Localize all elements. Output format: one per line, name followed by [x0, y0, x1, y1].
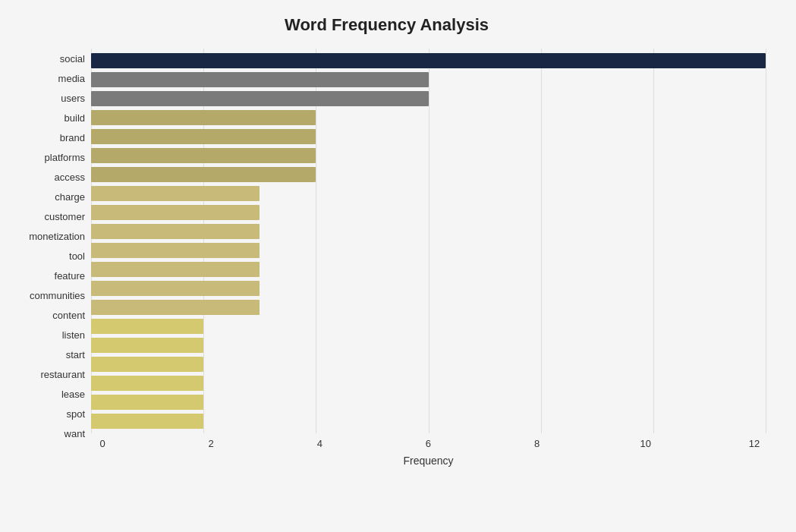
y-label: media [58, 68, 91, 88]
bar [91, 281, 260, 296]
bar [91, 167, 316, 182]
y-label: start [66, 345, 91, 365]
x-tick: 8 [526, 438, 549, 452]
bar-row [91, 165, 766, 184]
bar-row [91, 392, 766, 411]
chart-title: Word Frequency Analysis [8, 15, 766, 35]
bar-row [91, 241, 766, 260]
x-tick: 4 [308, 438, 331, 452]
chart-area: socialmediausersbuildbrandplatformsacces… [8, 49, 766, 467]
bar [91, 72, 429, 87]
bar-row [91, 411, 766, 430]
bar [91, 300, 260, 315]
y-label: restaurant [40, 365, 91, 385]
bar-row [91, 184, 766, 203]
x-axis: 024681012 [91, 433, 766, 452]
bar-row [91, 146, 766, 165]
bar [91, 224, 260, 239]
bar-row [91, 127, 766, 146]
bars-inner [91, 49, 766, 433]
x-tick: 0 [91, 438, 114, 452]
bar [91, 262, 260, 277]
x-tick: 12 [743, 438, 766, 452]
bar-row [91, 335, 766, 354]
y-label: tool [69, 246, 91, 266]
bar [91, 319, 203, 334]
bar-row [91, 373, 766, 392]
y-label: lease [61, 385, 91, 405]
bar-row [91, 222, 766, 241]
x-tick: 10 [634, 438, 657, 452]
bar [91, 148, 316, 163]
y-label: brand [60, 127, 91, 147]
x-axis-label: Frequency [91, 455, 766, 467]
y-labels: socialmediausersbuildbrandplatformsacces… [8, 49, 91, 467]
grid-line [766, 49, 766, 433]
y-label: charge [55, 187, 91, 206]
bar [91, 205, 260, 220]
bar [91, 243, 260, 258]
bar [91, 338, 203, 353]
y-label: communities [30, 286, 91, 306]
bar [91, 186, 260, 201]
y-label: platforms [45, 147, 91, 167]
y-label: customer [45, 206, 91, 226]
bar-row [91, 316, 766, 335]
y-label: monetization [29, 226, 91, 246]
bar [91, 376, 203, 391]
bar-row [91, 90, 766, 109]
y-label: build [64, 108, 91, 127]
bar-row [91, 260, 766, 279]
bar-row [91, 354, 766, 373]
bar [91, 129, 316, 144]
y-label: listen [62, 326, 91, 345]
x-tick: 6 [417, 438, 439, 452]
bars-grid [91, 49, 766, 433]
bar-row [91, 203, 766, 222]
bar [91, 110, 316, 125]
bars-and-x: 024681012 Frequency [91, 49, 766, 467]
bar [91, 357, 203, 372]
bar [91, 414, 203, 429]
chart-container: Word Frequency Analysis socialmediausers… [0, 0, 796, 532]
y-label: want [64, 424, 91, 444]
y-label: social [60, 49, 91, 68]
bar-row [91, 279, 766, 297]
y-label: users [61, 88, 91, 108]
x-tick: 2 [200, 438, 222, 452]
y-label: content [52, 306, 91, 326]
bar [91, 395, 203, 410]
bar-row [91, 52, 766, 71]
y-label: access [55, 167, 91, 187]
y-label: feature [55, 266, 91, 286]
bar-row [91, 71, 766, 90]
bar [91, 53, 766, 68]
bar [91, 91, 429, 106]
bar-row [91, 297, 766, 316]
bar-row [91, 109, 766, 127]
y-label: spot [66, 405, 91, 424]
